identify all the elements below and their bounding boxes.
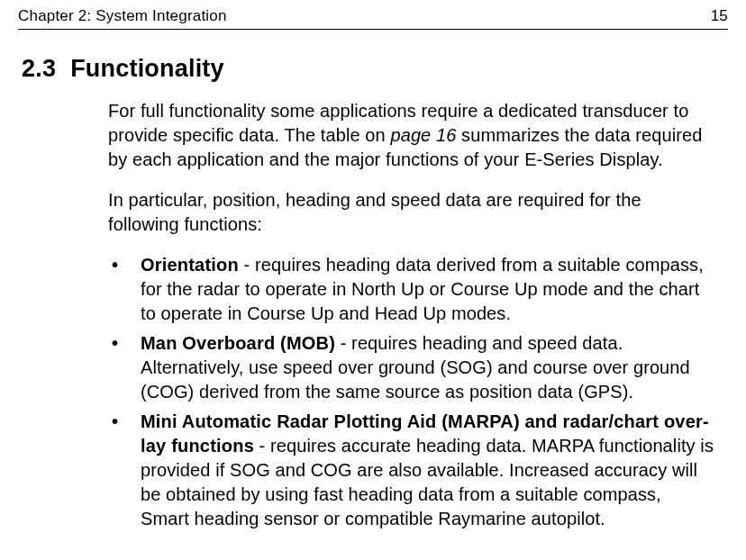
page-header: Chapter 2: System Integration 15 <box>0 0 746 29</box>
section-title: Functionality <box>70 55 224 82</box>
chapter-title: Chapter 2: System Integration <box>18 7 227 25</box>
bullet-list: Orientation - requires heading data deri… <box>108 253 714 531</box>
page-reference: page 16 <box>390 125 456 145</box>
section-heading: 2.3Functionality <box>0 55 746 83</box>
bullet-lead: Orientation <box>141 255 239 275</box>
bullet-lead: Man Overboard (MOB) <box>141 333 335 353</box>
body: For full functionality some applications… <box>0 99 746 531</box>
header-rule <box>18 29 728 30</box>
section-number: 2.3 <box>22 55 56 83</box>
list-item: Man Overboard (MOB) - requires heading a… <box>108 331 714 404</box>
page-number: 15 <box>711 7 728 25</box>
list-item: Orientation - requires heading data deri… <box>108 253 714 326</box>
intro-paragraph-1: For full functionality some applications… <box>108 99 714 172</box>
list-item: Mini Automatic Radar Plotting Aid (MARPA… <box>108 410 714 531</box>
intro-paragraph-2: In particular, position, heading and spe… <box>108 188 714 237</box>
